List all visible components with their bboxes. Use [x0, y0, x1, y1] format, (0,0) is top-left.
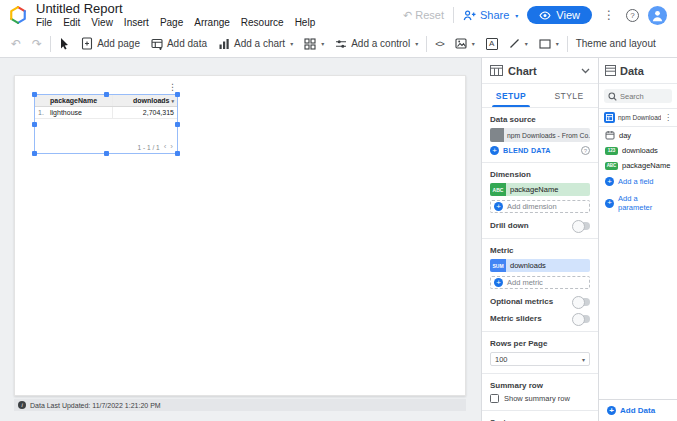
select-tool-button[interactable] — [56, 35, 73, 52]
bar-chart-icon — [218, 38, 230, 50]
menu-view[interactable]: View — [91, 17, 113, 29]
add-control-button[interactable]: Add a control ▾ — [332, 36, 421, 52]
selection-handle[interactable] — [32, 151, 37, 156]
optional-metrics-toggle[interactable] — [573, 298, 590, 306]
chevron-down-icon: ▾ — [472, 40, 475, 47]
metric-chip-downloads[interactable]: SUM downloads — [490, 259, 590, 272]
selection-handle[interactable] — [32, 122, 37, 127]
menu-insert[interactable]: Insert — [124, 17, 149, 29]
image-button[interactable]: ▾ — [452, 36, 478, 51]
add-chart-button[interactable]: Add a chart ▾ — [215, 36, 296, 52]
undo-button[interactable]: ↶ — [8, 36, 24, 52]
view-button[interactable]: View — [527, 6, 592, 24]
add-dimension-button[interactable]: + Add dimension — [490, 200, 590, 213]
rows-per-page-label: Rows per Page — [490, 339, 590, 348]
selection-handle[interactable] — [32, 92, 37, 97]
column-header-downloads[interactable]: downloads▾ — [112, 95, 177, 107]
menu-page[interactable]: Page — [160, 17, 183, 29]
share-dropdown-icon[interactable]: ▾ — [515, 12, 518, 19]
add-data-button[interactable]: + Add Data — [599, 399, 677, 421]
page-range-label: 1 - 1 / 1 — [138, 144, 160, 151]
menu-edit[interactable]: Edit — [63, 17, 80, 29]
menu-resource[interactable]: Resource — [241, 17, 284, 29]
text-box-button[interactable]: A — [483, 36, 501, 52]
share-button[interactable]: Share ▾ — [463, 9, 518, 21]
add-icon: + — [605, 177, 614, 186]
add-field-button[interactable]: + Add a field — [599, 173, 677, 190]
avatar[interactable] — [648, 6, 667, 25]
rectangle-icon — [539, 39, 551, 49]
menu-arrange[interactable]: Arrange — [194, 17, 230, 29]
next-page-icon[interactable]: › — [170, 143, 173, 151]
divider — [567, 36, 568, 52]
menubar: File Edit View Insert Page Arrange Resou… — [36, 17, 315, 29]
chart-options-icon[interactable]: ⋮ — [168, 82, 177, 92]
title-block: Untitled Report File Edit View Insert Pa… — [36, 2, 315, 29]
embed-icon: <> — [435, 39, 444, 49]
tab-setup[interactable]: SETUP — [482, 84, 540, 107]
cell-package-name: lighthouse — [47, 107, 112, 119]
table-chart-type-icon — [490, 65, 503, 76]
source-options-icon[interactable]: ⋮ — [664, 113, 672, 122]
info-icon: i — [18, 401, 26, 409]
search-box[interactable] — [604, 89, 672, 103]
add-page-button[interactable]: Add page — [78, 35, 143, 52]
add-parameter-button[interactable]: + Add a parameter — [599, 190, 677, 216]
field-day[interactable]: day — [599, 127, 677, 143]
shape-tool-button[interactable]: ▾ — [536, 37, 562, 51]
blend-data-button[interactable]: BLEND DATA — [503, 146, 551, 155]
line-tool-button[interactable]: ▾ — [506, 36, 531, 51]
divider — [482, 238, 598, 239]
help-icon[interactable]: ? — [581, 146, 590, 155]
table-row: 1. lighthouse 2,704,315 — [35, 107, 177, 119]
help-icon[interactable]: ? — [626, 9, 639, 22]
prev-page-icon[interactable]: ‹ — [164, 143, 167, 151]
person-add-icon — [463, 10, 476, 21]
divider — [482, 410, 598, 411]
metric-sliders-toggle[interactable] — [573, 315, 590, 323]
tab-style[interactable]: STYLE — [540, 84, 598, 107]
chart-setup-body: Data source npm Downloads - From Co... +… — [482, 108, 598, 421]
add-page-icon — [81, 37, 93, 50]
column-header-packagename[interactable]: packageName — [47, 95, 112, 107]
line-icon — [509, 38, 520, 49]
field-downloads[interactable]: 123 downloads — [599, 143, 677, 158]
aggregation-badge: SUM — [490, 259, 506, 272]
reset-button[interactable]: ↶ Reset — [403, 9, 444, 21]
field-packagename[interactable]: ABC packageName — [599, 158, 677, 173]
selection-handle[interactable] — [104, 92, 109, 97]
chart-panel-header[interactable]: Chart — [482, 58, 598, 84]
report-title[interactable]: Untitled Report — [36, 2, 315, 16]
data-source-item[interactable]: npm Downloads - F... ⋮ — [599, 108, 677, 127]
looker-studio-logo[interactable] — [8, 5, 28, 25]
selection-handle[interactable] — [175, 122, 180, 127]
add-metric-button[interactable]: + Add metric — [490, 276, 590, 289]
data-last-updated-label: Data Last Updated: 11/7/2022 1:21:20 PM — [30, 402, 161, 409]
redo-button[interactable]: ↷ — [29, 36, 45, 52]
divider — [50, 36, 51, 52]
theme-and-layout-button[interactable]: Theme and layout — [573, 36, 659, 51]
selection-handle[interactable] — [175, 92, 180, 97]
community-visualizations-button[interactable]: ▾ — [301, 36, 327, 52]
selection-handle[interactable] — [104, 151, 109, 156]
search-input[interactable] — [620, 92, 668, 101]
report-canvas[interactable]: ⋮ packageName downloads▾ — [0, 58, 481, 421]
table-chart[interactable]: ⋮ packageName downloads▾ — [35, 95, 177, 153]
selection-handle[interactable] — [175, 151, 180, 156]
collapse-panel-icon[interactable] — [581, 68, 590, 74]
data-panel: Data npm Downloads - F... ⋮ — [598, 58, 677, 421]
data-source-chip[interactable]: npm Downloads - From Co... — [490, 128, 590, 142]
add-data-button[interactable]: Add data — [148, 36, 210, 52]
rows-per-page-select[interactable]: 100 ▾ — [490, 352, 590, 366]
embed-url-button[interactable]: <> — [432, 37, 447, 51]
more-options-icon[interactable]: ⋮ — [601, 8, 617, 22]
show-summary-row-checkbox[interactable] — [490, 394, 499, 403]
edit-icon[interactable] — [490, 128, 504, 142]
dimension-chip-packagename[interactable]: ABC packageName — [490, 183, 590, 196]
metric-sliders-row: Metric sliders — [490, 314, 590, 323]
data-source-name: npm Downloads - From Co... — [504, 132, 590, 139]
menu-help[interactable]: Help — [295, 17, 316, 29]
menu-file[interactable]: File — [36, 17, 52, 29]
drill-down-toggle[interactable] — [573, 222, 590, 230]
report-page[interactable]: ⋮ packageName downloads▾ — [14, 75, 466, 396]
